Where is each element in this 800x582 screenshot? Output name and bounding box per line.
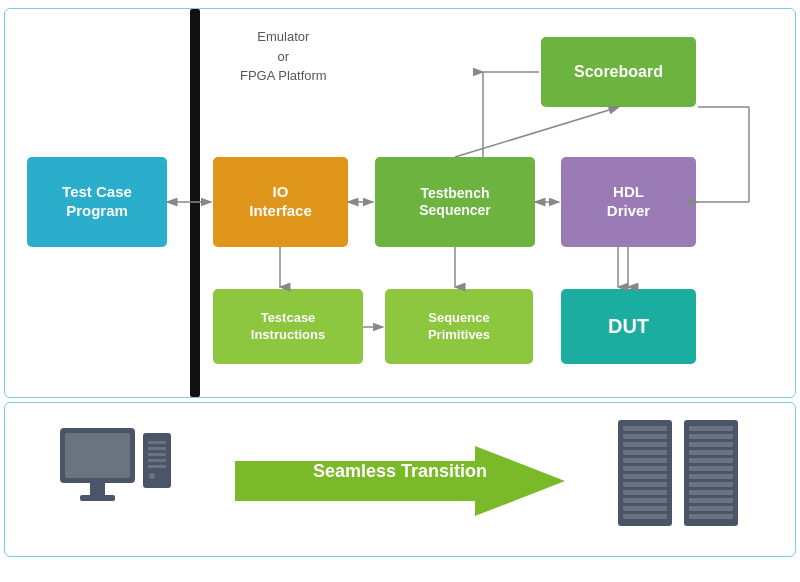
svg-rect-53 xyxy=(689,482,733,487)
svg-rect-37 xyxy=(623,458,667,463)
svg-rect-34 xyxy=(623,434,667,439)
svg-rect-46 xyxy=(689,426,733,431)
monitor-icon xyxy=(55,423,175,537)
dut-block: DUT xyxy=(561,289,696,364)
svg-rect-29 xyxy=(148,465,166,468)
svg-rect-26 xyxy=(148,447,166,450)
svg-point-30 xyxy=(149,473,155,479)
svg-rect-40 xyxy=(623,482,667,487)
svg-rect-47 xyxy=(689,434,733,439)
svg-rect-36 xyxy=(623,450,667,455)
scoreboard-block: Scoreboard xyxy=(541,37,696,107)
svg-rect-25 xyxy=(148,441,166,444)
svg-rect-43 xyxy=(623,506,667,511)
svg-rect-56 xyxy=(689,506,733,511)
top-panel: Emulator or FPGA Platform HOST (Linux or… xyxy=(4,8,796,398)
svg-rect-27 xyxy=(148,453,166,456)
server-rack-2 xyxy=(682,418,740,528)
emulator-label: Emulator or FPGA Platform xyxy=(240,27,327,86)
server-rack-group xyxy=(616,418,740,528)
svg-rect-28 xyxy=(148,459,166,462)
test-case-program-block: Test Case Program xyxy=(27,157,167,247)
sequence-primitives-block: Sequence Primitives xyxy=(385,289,533,364)
svg-rect-38 xyxy=(623,466,667,471)
testbench-sequencer-block: Testbench Sequencer xyxy=(375,157,535,247)
svg-rect-52 xyxy=(689,474,733,479)
svg-rect-51 xyxy=(689,466,733,471)
server-rack-1 xyxy=(616,418,674,528)
svg-rect-33 xyxy=(623,426,667,431)
bottom-panel: Seamless Transition xyxy=(4,402,796,557)
svg-rect-44 xyxy=(623,514,667,519)
svg-rect-49 xyxy=(689,450,733,455)
svg-rect-21 xyxy=(65,433,130,478)
svg-rect-42 xyxy=(623,498,667,503)
divider-bar xyxy=(190,9,200,397)
svg-rect-22 xyxy=(90,483,105,495)
svg-line-9 xyxy=(455,107,619,157)
svg-rect-35 xyxy=(623,442,667,447)
testcase-instructions-block: Testcase Instructions xyxy=(213,289,363,364)
svg-rect-57 xyxy=(689,514,733,519)
svg-rect-23 xyxy=(80,495,115,501)
svg-rect-41 xyxy=(623,490,667,495)
hdl-driver-block: HDL Driver xyxy=(561,157,696,247)
svg-rect-54 xyxy=(689,490,733,495)
svg-rect-39 xyxy=(623,474,667,479)
seamless-transition-label: Seamless Transition xyxy=(285,461,515,482)
svg-rect-50 xyxy=(689,458,733,463)
svg-rect-48 xyxy=(689,442,733,447)
io-interface-block: IO Interface xyxy=(213,157,348,247)
svg-rect-55 xyxy=(689,498,733,503)
